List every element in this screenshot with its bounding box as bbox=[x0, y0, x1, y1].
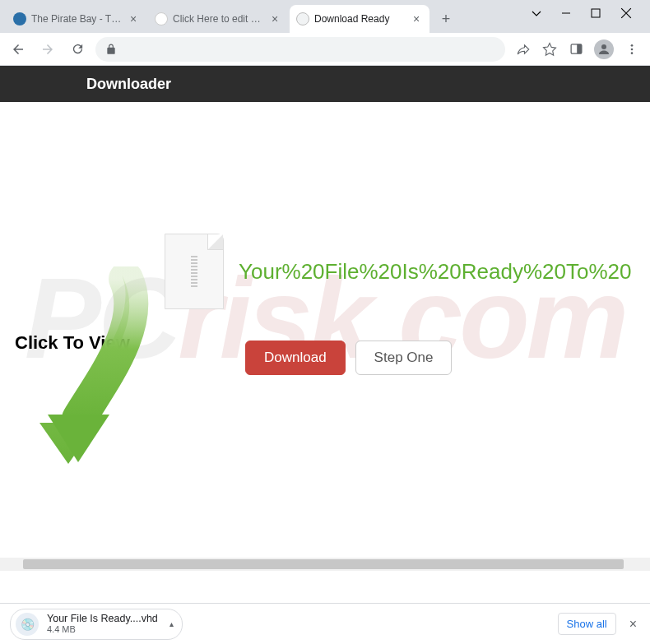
svg-rect-2 bbox=[577, 44, 582, 53]
step-one-button[interactable]: Step One bbox=[355, 341, 453, 375]
svg-point-6 bbox=[631, 52, 634, 54]
close-icon[interactable]: × bbox=[127, 12, 140, 25]
tab-title: Click Here to edit your L bbox=[173, 13, 265, 25]
window-controls bbox=[525, 0, 635, 33]
page-title: Downloader bbox=[86, 76, 171, 93]
download-info: Your File Is Ready....vhd 4.4 MB bbox=[47, 614, 158, 635]
page-header: Downloader bbox=[0, 66, 650, 102]
tab-title: The Pirate Bay - The gal bbox=[31, 13, 123, 25]
menu-icon[interactable] bbox=[624, 41, 640, 58]
svg-point-3 bbox=[601, 44, 606, 49]
maximize-icon[interactable] bbox=[591, 8, 601, 18]
bookmark-icon[interactable] bbox=[541, 41, 558, 58]
side-panel-icon[interactable] bbox=[568, 41, 584, 58]
zipper-icon bbox=[191, 256, 197, 287]
favicon-icon bbox=[155, 12, 168, 25]
download-size: 4.4 MB bbox=[47, 624, 158, 634]
disk-icon: 💿 bbox=[16, 613, 39, 636]
address-bar[interactable] bbox=[95, 37, 505, 62]
tab-title: Download Ready bbox=[314, 13, 406, 25]
svg-point-5 bbox=[631, 48, 634, 50]
titlebar: The Pirate Bay - The gal × Click Here to… bbox=[0, 0, 650, 33]
show-all-button[interactable]: Show all bbox=[558, 613, 616, 635]
arrow-down-icon bbox=[31, 266, 171, 472]
file-block: Your%20File%20Is%20Ready%20To%20 bbox=[165, 234, 631, 309]
svg-rect-0 bbox=[592, 9, 600, 17]
forward-button[interactable] bbox=[36, 38, 59, 61]
main-area: Your%20File%20Is%20Ready%20To%20 Downloa… bbox=[0, 102, 650, 571]
chevron-down-icon[interactable] bbox=[532, 8, 541, 18]
close-icon[interactable]: × bbox=[410, 12, 423, 25]
tab-0[interactable]: The Pirate Bay - The gal × bbox=[7, 5, 146, 33]
downloads-bar: 💿 Your File Is Ready....vhd 4.4 MB ▴ Sho… bbox=[0, 603, 650, 644]
globe-icon bbox=[296, 12, 309, 25]
close-icon[interactable]: × bbox=[626, 614, 640, 635]
horizontal-scrollbar[interactable] bbox=[0, 558, 650, 571]
zip-file-icon bbox=[165, 234, 224, 309]
tab-strip: The Pirate Bay - The gal × Click Here to… bbox=[7, 0, 525, 33]
page-content: PCrisk.com Downloader Your%20File%20Is%2… bbox=[0, 66, 650, 571]
profile-avatar[interactable] bbox=[594, 39, 614, 59]
svg-point-4 bbox=[631, 44, 634, 47]
toolbar-right bbox=[512, 39, 643, 59]
close-icon[interactable]: × bbox=[268, 12, 281, 25]
favicon-icon bbox=[13, 12, 26, 25]
click-to-view-callout: Click To View bbox=[15, 332, 130, 354]
chevron-up-icon[interactable]: ▴ bbox=[169, 619, 174, 628]
download-item[interactable]: 💿 Your File Is Ready....vhd 4.4 MB ▴ bbox=[10, 609, 183, 640]
download-button[interactable]: Download bbox=[245, 341, 346, 375]
back-button[interactable] bbox=[7, 38, 30, 61]
reload-button[interactable] bbox=[66, 38, 89, 61]
share-icon[interactable] bbox=[515, 41, 532, 58]
window-close-icon[interactable] bbox=[620, 7, 632, 19]
download-filename: Your File Is Ready....vhd bbox=[47, 614, 158, 625]
scrollbar-thumb[interactable] bbox=[23, 559, 624, 569]
tab-1[interactable]: Click Here to edit your L × bbox=[148, 5, 288, 33]
tab-2[interactable]: Download Ready × bbox=[290, 5, 429, 33]
minimize-icon[interactable] bbox=[561, 8, 571, 18]
toolbar bbox=[0, 33, 650, 66]
new-tab-button[interactable]: + bbox=[434, 7, 457, 30]
lock-icon bbox=[105, 44, 117, 55]
file-ready-text: Your%20File%20Is%20Ready%20To%20 bbox=[239, 259, 631, 285]
button-row: Download Step One bbox=[245, 341, 452, 375]
